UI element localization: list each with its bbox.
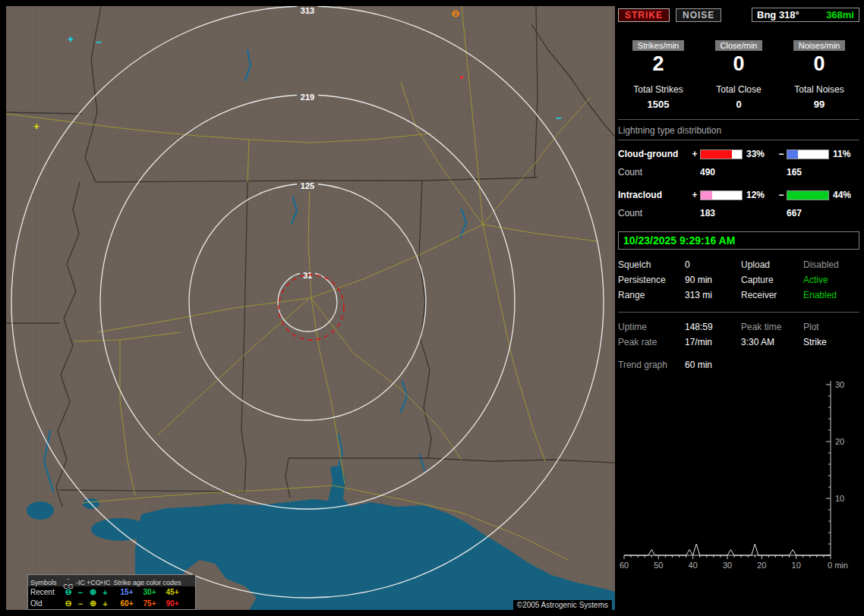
cloud-ground-neg-bar — [787, 149, 829, 159]
dist-neg-fill-0 — [787, 150, 798, 159]
age-45: 45+ — [161, 588, 184, 596]
trend-chart-container: 1020306050403020100 min — [618, 376, 859, 577]
peak-time-value: 3:30 AM — [741, 335, 803, 350]
legend-recent-row: Recent ⊖ − ⊕ + 15+ 30+ 45+ — [28, 586, 195, 598]
intracloud-pos-count: 183 — [700, 208, 743, 218]
intracloud-label: Intracloud — [618, 190, 689, 200]
uptime-value: 148:59 — [685, 319, 741, 335]
copyright-label: ©2005 Astrogenic Systems — [513, 600, 612, 610]
intracloud-row: Intracloud + 12% − 44% — [618, 186, 859, 204]
svg-text:30: 30 — [723, 561, 732, 570]
legend-age-header: Strike age color codes — [111, 579, 184, 586]
cloud-ground-label: Cloud-ground — [618, 149, 689, 159]
squelch-label: Squelch — [618, 257, 685, 272]
total-strikes-label: Total Strikes — [618, 84, 698, 95]
divider — [618, 140, 859, 140]
uptime-row: Uptime 148:59 Peak time Plot — [618, 319, 859, 335]
dist-pos-fill-0 — [701, 150, 732, 159]
age-60: 60+ — [115, 599, 138, 608]
age-75: 75+ — [138, 599, 161, 608]
trend-window-value: 60 min — [685, 357, 741, 372]
divider — [618, 119, 859, 120]
close-per-min-label: Close/min — [715, 40, 763, 51]
legend-col-pos-ic: +IC — [99, 579, 111, 586]
squelch-value: 0 — [685, 257, 741, 272]
svg-text:50: 50 — [654, 561, 663, 570]
legend-col-neg-ic: -IC — [74, 579, 87, 586]
dist-neg-fill-1 — [787, 191, 828, 200]
cloud-ground-neg-pct: 11% — [829, 149, 856, 159]
datetime-display: 10/23/2025 9:29:16 AM — [618, 231, 859, 250]
minus-sign: − — [776, 190, 787, 200]
pos-ic-old-icon: + — [99, 599, 111, 608]
squelch-row: Squelch 0 Upload Disabled — [618, 257, 859, 272]
capture-status: Active — [803, 272, 859, 288]
noise-mode-button[interactable]: NOISE — [676, 8, 721, 22]
noises-per-min-column: Noises/min 0 Total Noises 99 — [779, 40, 859, 110]
svg-text:60: 60 — [620, 561, 629, 570]
noises-per-min-value: 0 — [779, 52, 859, 75]
upload-status: Disabled — [803, 257, 859, 272]
map-canvas[interactable]: 313 219 125 31 +−+−⊖• — [6, 6, 615, 610]
bearing-value: Bng 318° — [757, 9, 799, 20]
legend-old-label: Old — [30, 599, 62, 608]
trend-chart: 1020306050403020100 min — [618, 376, 859, 574]
svg-text:−: − — [96, 36, 102, 48]
neg-ic-old-icon: − — [74, 599, 87, 608]
total-noises-value: 99 — [779, 99, 859, 110]
persistence-value: 90 min — [685, 272, 741, 288]
svg-text:20: 20 — [757, 561, 766, 570]
panel-header: STRIKE NOISE Bng 318° 368mi — [618, 8, 859, 22]
legend-recent-label: Recent — [30, 588, 62, 596]
count-label: Count — [618, 208, 689, 218]
minus-sign: − — [776, 149, 787, 159]
peak-rate-label: Peak rate — [618, 335, 685, 350]
strikes-per-min-column: Strikes/min 2 Total Strikes 1505 — [618, 40, 698, 110]
map-area[interactable]: 313 219 125 31 +−+−⊖• Symbols -CG -IC +C… — [6, 6, 615, 610]
intracloud-pos-bar — [700, 190, 743, 200]
age-30: 30+ — [138, 588, 161, 596]
divider — [618, 312, 859, 313]
neg-cg-icon: ⊖ — [62, 587, 74, 597]
cloud-ground-pos-bar — [700, 149, 743, 159]
legend-col-pos-cg: +CG — [87, 579, 99, 586]
close-per-min-column: Close/min 0 Total Close 0 — [698, 40, 779, 110]
cloud-ground-neg-count: 165 — [787, 167, 829, 178]
upload-label: Upload — [741, 257, 803, 272]
cloud-ground-count-row: Count 490 165 — [618, 163, 859, 181]
intracloud-pos-pct: 12% — [743, 190, 776, 200]
close-per-min-value: 0 — [698, 52, 779, 75]
app-window: 313 219 125 31 +−+−⊖• Symbols -CG -IC +C… — [0, 0, 864, 616]
intracloud-neg-count: 667 — [787, 208, 829, 218]
age-90: 90+ — [161, 599, 184, 608]
map-legend: Symbols -CG -IC +CG +IC Strike age color… — [27, 574, 196, 610]
svg-text:−: − — [556, 112, 562, 124]
pos-ic-icon: + — [99, 588, 111, 597]
receiver-status: Enabled — [803, 288, 859, 303]
plot-label: Plot — [803, 319, 859, 335]
range-row: Range 313 mi Receiver Enabled — [618, 288, 859, 303]
total-strikes-value: 1505 — [618, 99, 698, 110]
svg-text:•: • — [460, 71, 464, 83]
trend-row: Trend graph 60 min — [618, 357, 859, 372]
neg-cg-old-icon: ⊖ — [62, 599, 74, 608]
legend-symbols-header: Symbols — [30, 579, 62, 586]
strike-mode-button[interactable]: STRIKE — [618, 8, 670, 22]
svg-text:10: 10 — [835, 494, 844, 503]
plus-sign: + — [689, 190, 700, 200]
intracloud-count-row: Count 183 667 — [618, 204, 859, 222]
capture-label: Capture — [741, 272, 803, 288]
svg-text:+: + — [68, 33, 74, 45]
bearing-range: 368mi — [826, 9, 854, 20]
total-close-label: Total Close — [698, 84, 779, 95]
pos-cg-icon: ⊕ — [87, 587, 99, 597]
trend-graph-label: Trend graph — [618, 357, 685, 372]
count-label: Count — [618, 167, 689, 178]
plot-value: Strike — [803, 335, 859, 350]
svg-text:40: 40 — [689, 561, 698, 570]
total-close-value: 0 — [698, 99, 779, 110]
svg-text:0 min: 0 min — [828, 561, 848, 570]
legend-old-row: Old ⊖ − ⊕ + 60+ 75+ 90+ — [28, 598, 195, 609]
rate-columns: Strikes/min 2 Total Strikes 1505 Close/m… — [618, 40, 859, 110]
distribution-title: Lightning type distribution — [618, 125, 859, 136]
